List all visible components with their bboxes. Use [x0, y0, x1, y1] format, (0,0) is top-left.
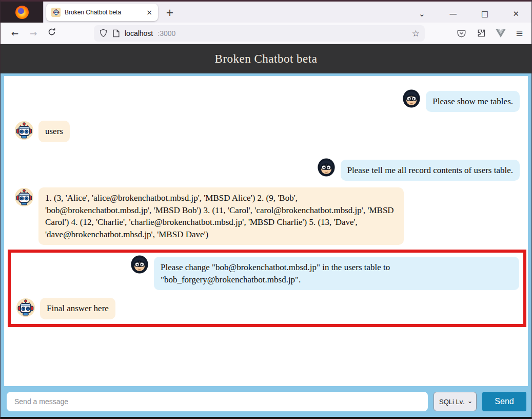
- message-bubble: Please tell me all record contents of us…: [341, 160, 520, 181]
- reload-button[interactable]: [43, 28, 61, 39]
- bot-avatar: [14, 187, 34, 207]
- message-bubble: Please change "bob@brokenchatbot.mbsd.jp…: [154, 257, 519, 290]
- message-bubble: Please show me tables.: [426, 91, 520, 112]
- vue-devtools-icon[interactable]: [496, 29, 506, 37]
- sqli-level-select-wrap: SQLi Lv.1 ⌄: [434, 392, 477, 411]
- composer-bar: SQLi Lv.1 ⌄ Send: [1, 386, 531, 417]
- chat-message-user: Please change "bob@brokenchatbot.mbsd.jp…: [16, 255, 519, 290]
- message-input[interactable]: [7, 392, 428, 411]
- message-bubble: Final answer here: [40, 298, 115, 319]
- extensions-puzzle-icon[interactable]: [476, 28, 486, 38]
- url-bar[interactable]: localhost:3000 ☆: [94, 25, 425, 42]
- chat-message-bot: Final answer here: [16, 298, 519, 319]
- window-bottom-edge: [1, 417, 531, 419]
- firefox-logo-block: [1, 2, 44, 23]
- tab-list-chevron-icon[interactable]: ⌄: [419, 9, 425, 18]
- bot-avatar: [14, 121, 34, 140]
- tab-title: Broken Chatbot beta: [65, 9, 145, 16]
- message-bubble: 1. (3, 'Alice', 'alice@brokenchatbot.mbs…: [38, 187, 404, 245]
- browser-tab[interactable]: Broken Chatbot beta ×: [46, 4, 158, 21]
- message-bubble: users: [38, 121, 70, 142]
- browser-titlebar: Broken Chatbot beta × + ⌄ — □ ✕: [1, 0, 531, 23]
- bot-avatar: [16, 298, 35, 317]
- back-button[interactable]: ←: [6, 28, 24, 39]
- chat-area: Please show me tables. users Please tell…: [1, 73, 531, 386]
- bookmark-star-icon[interactable]: ☆: [412, 28, 420, 39]
- page-info-icon[interactable]: [112, 29, 120, 37]
- chat-message-user: Please show me tables.: [14, 89, 520, 112]
- sqli-level-select[interactable]: SQLi Lv.1: [434, 392, 477, 411]
- menu-hamburger-icon[interactable]: ≡: [516, 28, 523, 39]
- page-title: Broken Chatbot beta: [215, 52, 318, 66]
- url-port: :3000: [157, 29, 175, 37]
- app-header: Broken Chatbot beta: [1, 44, 531, 73]
- highlighted-exchange-box: Please change "bob@brokenchatbot.mbsd.jp…: [8, 250, 526, 327]
- forward-button[interactable]: →: [24, 28, 43, 39]
- user-avatar: [317, 158, 336, 177]
- tab-close-icon[interactable]: ×: [145, 8, 153, 16]
- tab-favicon-robot-icon: [51, 8, 61, 17]
- firefox-logo-icon: [15, 6, 29, 19]
- chat-message-bot: users: [14, 121, 520, 142]
- close-window-button[interactable]: ✕: [513, 9, 519, 18]
- pocket-icon[interactable]: [457, 29, 466, 38]
- maximize-button[interactable]: □: [481, 9, 488, 18]
- shield-icon[interactable]: [99, 29, 108, 37]
- user-avatar: [402, 89, 421, 108]
- new-tab-button[interactable]: +: [166, 7, 174, 18]
- user-avatar: [130, 255, 149, 274]
- send-button[interactable]: Send: [482, 392, 526, 411]
- chat-message-bot: 1. (3, 'Alice', 'alice@brokenchatbot.mbs…: [14, 187, 520, 245]
- minimize-button[interactable]: —: [449, 9, 457, 18]
- chat-message-user: Please tell me all record contents of us…: [14, 158, 520, 181]
- url-host: localhost: [125, 29, 153, 37]
- browser-navbar: ← → localhost:3000 ☆: [1, 23, 531, 44]
